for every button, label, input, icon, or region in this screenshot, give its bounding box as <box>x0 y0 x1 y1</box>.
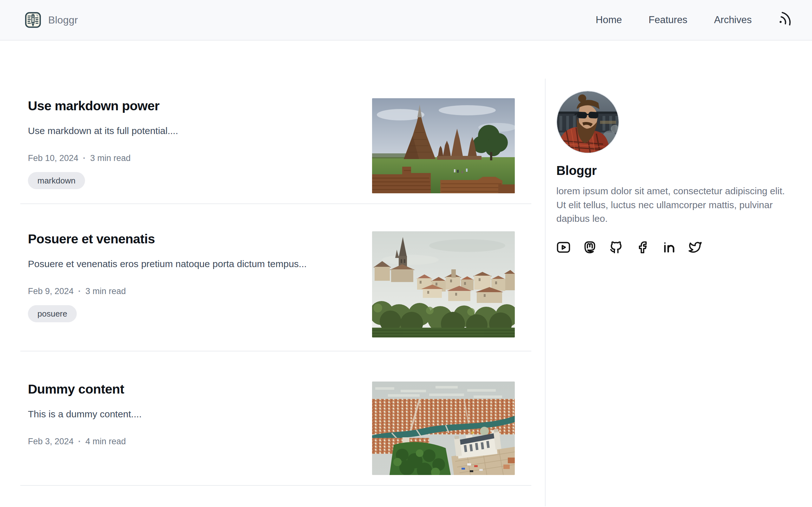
post-tags: posuere <box>28 305 359 322</box>
meta-separator: · <box>78 437 81 447</box>
post-item: Posuere et venenatis Posuere et venenati… <box>20 204 531 351</box>
post-date: Feb 10, 2024 <box>28 153 78 163</box>
facebook-link[interactable] <box>635 240 650 256</box>
nav-link-features[interactable]: Features <box>649 14 687 26</box>
github-icon <box>609 240 623 256</box>
mastodon-icon <box>583 240 597 256</box>
post-thumbnail aerial-city-basilica-photo[interactable] <box>372 382 515 475</box>
meta-separator: · <box>83 153 86 163</box>
main-nav: Home Features Archives <box>569 11 794 29</box>
post-read-time: 3 min read <box>90 153 131 163</box>
brand-name: Bloggr <box>48 14 78 26</box>
mastodon-link[interactable] <box>583 240 597 256</box>
post-item: Dummy content This is a dummy content...… <box>20 351 531 486</box>
notepad-pencil-logo-icon <box>25 12 41 28</box>
rss-icon <box>778 11 794 29</box>
post-tags: markdown <box>28 172 359 189</box>
post-read-time: 3 min read <box>85 286 126 296</box>
nav-link-archives[interactable]: Archives <box>714 14 752 26</box>
post-date: Feb 3, 2024 <box>28 437 73 447</box>
post-date: Feb 9, 2024 <box>28 286 73 296</box>
avatar bearded-man-portrait <box>556 91 619 153</box>
post-thumbnail ayutthaya-temple-ruins-photo[interactable] <box>372 98 515 193</box>
header: Bloggr Home Features Archives <box>0 0 812 41</box>
twitter-link[interactable] <box>688 240 702 256</box>
post-title-link[interactable]: Dummy content <box>28 382 359 397</box>
social-links <box>556 240 795 256</box>
sidebar: Bloggr lorem ipsum dolor sit amet, conse… <box>545 78 812 506</box>
post-title-link[interactable]: Posuere et venenatis <box>28 231 359 246</box>
post-excerpt: This is a dummy content.... <box>28 407 359 421</box>
linkedin-link[interactable] <box>662 240 676 256</box>
tag-pill[interactable]: posuere <box>28 305 77 322</box>
post-read-time: 4 min read <box>85 437 126 447</box>
post-thumbnail hillside-town-cathedral-photo[interactable] <box>372 231 515 337</box>
rss-feed-button[interactable] <box>778 11 794 29</box>
sidebar-description: lorem ipsum dolor sit amet, consectetur … <box>556 184 795 226</box>
post-meta: Feb 3, 2024 · 4 min read <box>28 437 359 447</box>
sidebar-title: Bloggr <box>556 164 795 178</box>
post-list: Use markdown power Use markdown at its f… <box>20 78 531 506</box>
twitter-icon <box>688 240 702 256</box>
post-text: Use markdown power Use markdown at its f… <box>28 98 372 193</box>
main-layout: Use markdown power Use markdown at its f… <box>20 78 812 506</box>
youtube-icon <box>556 240 571 256</box>
post-text: Dummy content This is a dummy content...… <box>28 382 372 475</box>
linkedin-icon <box>662 240 676 256</box>
youtube-link[interactable] <box>556 240 571 256</box>
post-text: Posuere et venenatis Posuere et venenati… <box>28 231 372 337</box>
brand[interactable]: Bloggr <box>25 12 78 28</box>
post-excerpt: Posuere et venenatis eros pretium natoqu… <box>28 257 359 271</box>
github-link[interactable] <box>609 240 623 256</box>
post-title-link[interactable]: Use markdown power <box>28 98 359 113</box>
facebook-icon <box>635 240 650 256</box>
nav-link-home[interactable]: Home <box>596 14 622 26</box>
post-excerpt: Use markdown at its full potential.... <box>28 124 359 137</box>
meta-separator: · <box>78 286 81 296</box>
post-item: Use markdown power Use markdown at its f… <box>20 78 531 204</box>
tag-pill[interactable]: markdown <box>28 172 85 189</box>
post-meta: Feb 9, 2024 · 3 min read <box>28 286 359 296</box>
post-meta: Feb 10, 2024 · 3 min read <box>28 153 359 163</box>
